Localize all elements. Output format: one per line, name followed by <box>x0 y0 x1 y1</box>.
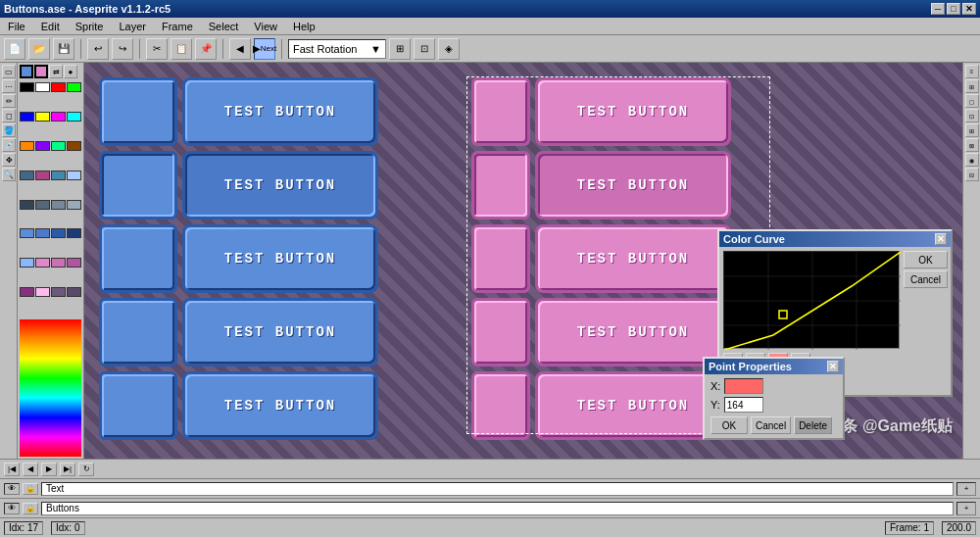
paste-button[interactable]: 📌 <box>195 38 217 60</box>
pink-large-btn-4[interactable]: TEST BUTTON <box>535 298 731 366</box>
copy-button[interactable]: 📋 <box>171 38 192 60</box>
pp-delete-button[interactable]: Delete <box>794 416 832 434</box>
blue-small-btn-4[interactable] <box>99 298 177 366</box>
color-cell[interactable] <box>35 171 50 180</box>
color-cell[interactable] <box>35 82 50 92</box>
blue-large-btn-5[interactable]: TEST BUTTON <box>182 371 378 440</box>
layer-expand-2[interactable]: + <box>956 502 976 515</box>
color-cell[interactable] <box>20 171 34 180</box>
color-cell[interactable] <box>20 228 34 238</box>
tl-play[interactable]: ▶ <box>41 463 57 476</box>
minimize-button[interactable]: ─ <box>931 3 945 15</box>
color-cell[interactable] <box>67 171 81 180</box>
blue-small-btn-3[interactable] <box>99 224 177 293</box>
redo-button[interactable]: ↪ <box>112 38 133 60</box>
menu-file[interactable]: File <box>4 20 29 33</box>
color-cell[interactable] <box>35 287 50 297</box>
menu-sprite[interactable]: Sprite <box>72 20 108 33</box>
color-cell[interactable] <box>67 258 81 268</box>
onion-button[interactable]: ◈ <box>438 38 460 60</box>
next-frame-button[interactable]: ▶ Next <box>254 38 275 60</box>
blue-large-btn-4[interactable]: TEST BUTTON <box>182 298 378 366</box>
pp-x-input[interactable] <box>724 378 763 394</box>
pink-small-btn-1[interactable] <box>471 77 530 146</box>
menu-edit[interactable]: Edit <box>37 20 64 33</box>
rt-btn-2[interactable]: ⊞ <box>965 79 979 93</box>
rt-btn-5[interactable]: ⊞ <box>965 123 979 137</box>
color-cell[interactable] <box>67 200 81 210</box>
pink-small-btn-4[interactable] <box>471 298 530 366</box>
snap-button[interactable]: ⊡ <box>414 38 435 60</box>
rt-btn-4[interactable]: ⊡ <box>965 109 979 122</box>
layer-lock-text[interactable]: 🔒 <box>23 483 38 495</box>
pink-large-btn-2[interactable]: TEST BUTTON <box>535 151 731 220</box>
gradient-strip[interactable] <box>20 319 81 457</box>
color-cell[interactable] <box>51 141 66 151</box>
color-cell[interactable] <box>51 228 66 238</box>
undo-button[interactable]: ↩ <box>87 38 109 60</box>
color-cell[interactable] <box>51 258 66 268</box>
pink-large-btn-1[interactable]: TEST BUTTON <box>535 77 731 146</box>
color-cell[interactable] <box>35 112 50 122</box>
prev-frame-button[interactable]: ◀ <box>229 38 251 60</box>
tl-prev[interactable]: ◀ <box>23 463 38 476</box>
pink-small-btn-5[interactable] <box>471 371 530 440</box>
blue-small-btn-5[interactable] <box>99 371 177 440</box>
curve-cancel-button[interactable]: Cancel <box>904 270 948 288</box>
pink-large-btn-3[interactable]: TEST BUTTON <box>535 224 731 293</box>
rt-btn-1[interactable]: ≡ <box>965 65 979 78</box>
color-cell[interactable] <box>67 82 81 92</box>
menu-help[interactable]: Help <box>289 20 319 33</box>
layer-expand[interactable]: + <box>956 482 976 496</box>
swap-colors[interactable]: ⇄ <box>49 65 63 78</box>
save-file-button[interactable]: 💾 <box>53 38 74 60</box>
rotation-dropdown[interactable]: Fast Rotation ▼ <box>288 39 386 59</box>
open-file-button[interactable]: 📂 <box>28 38 50 60</box>
pink-small-btn-3[interactable] <box>471 224 530 293</box>
selection-tool[interactable]: ▭ <box>2 65 16 78</box>
color-cell[interactable] <box>20 82 34 92</box>
close-button[interactable]: ✕ <box>962 3 976 15</box>
bg-color[interactable] <box>34 65 48 78</box>
new-file-button[interactable]: 📄 <box>4 38 25 60</box>
move-tool[interactable]: ✥ <box>2 153 16 167</box>
color-cell[interactable] <box>51 82 66 92</box>
eyedropper-tool[interactable]: 💉 <box>2 138 16 152</box>
pp-ok-button[interactable]: OK <box>710 416 748 434</box>
cut-button[interactable]: ✂ <box>146 38 168 60</box>
color-cell[interactable] <box>51 200 66 210</box>
curve-display[interactable] <box>723 251 900 349</box>
tl-first[interactable]: |◀ <box>4 463 20 476</box>
rt-btn-6[interactable]: ⊠ <box>965 138 979 152</box>
menu-layer[interactable]: Layer <box>115 20 150 33</box>
color-cell[interactable] <box>67 141 81 151</box>
blue-small-btn-1[interactable] <box>99 77 177 146</box>
color-cell[interactable] <box>67 228 81 238</box>
menu-select[interactable]: Select <box>205 20 243 33</box>
blue-large-btn-1[interactable]: TEST BUTTON <box>182 77 378 146</box>
tl-next[interactable]: ▶| <box>60 463 75 476</box>
layer-lock-buttons[interactable]: 🔒 <box>23 503 38 514</box>
fill-tool[interactable]: 🪣 <box>2 123 16 137</box>
rt-btn-8[interactable]: ⊟ <box>965 168 979 181</box>
default-colors[interactable]: ● <box>64 65 77 78</box>
curve-ok-button[interactable]: OK <box>904 251 948 268</box>
layer-visibility-text[interactable]: 👁 <box>4 483 20 495</box>
layer-visibility-buttons[interactable]: 👁 <box>4 503 20 514</box>
lasso-tool[interactable]: ⋯ <box>2 79 16 93</box>
canvas-area[interactable]: TEST BUTTON TEST BUTTON TEST BUTTON TEST… <box>84 63 962 459</box>
tl-loop[interactable]: ↻ <box>78 463 94 476</box>
eraser-tool[interactable]: ◻ <box>2 109 16 122</box>
color-cell[interactable] <box>35 141 50 151</box>
color-cell[interactable] <box>20 200 34 210</box>
pp-cancel-button[interactable]: Cancel <box>751 416 791 434</box>
color-cell[interactable] <box>20 141 34 151</box>
color-curve-close[interactable]: ✕ <box>935 233 947 245</box>
blue-large-btn-2[interactable]: TEST BUTTON <box>182 151 378 220</box>
color-cell[interactable] <box>67 287 81 297</box>
pp-y-input[interactable] <box>724 397 763 413</box>
color-cell[interactable] <box>51 112 66 122</box>
rt-btn-7[interactable]: ◉ <box>965 153 979 167</box>
zoom-tool[interactable]: 🔍 <box>2 168 16 181</box>
blue-large-btn-3[interactable]: TEST BUTTON <box>182 224 378 293</box>
